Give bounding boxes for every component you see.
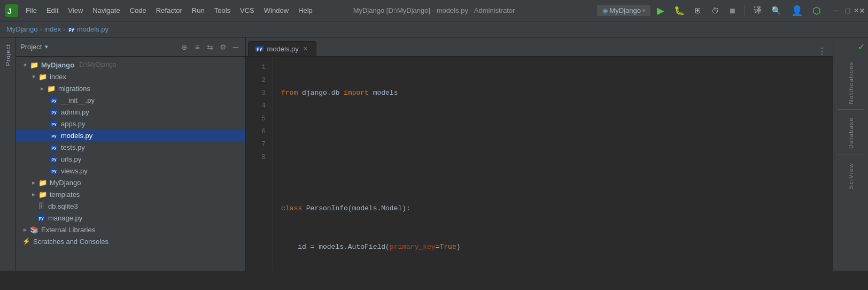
run-config-dropdown[interactable]: ◉ MyDjango ▾ [597, 5, 650, 16]
search-everywhere-button[interactable]: 🔍 [768, 4, 785, 18]
admin-py-icon: py [50, 108, 58, 116]
notifications-label-container[interactable]: Notifications [833, 58, 868, 107]
code-line-5: id = models.AutoField(primary_key=True) [281, 241, 824, 254]
debug-button[interactable]: 🐛 [671, 3, 688, 18]
scratches-icon: ⚡ [22, 237, 30, 246]
tree-label-db: db.sqlite3 [48, 202, 78, 210]
tree-item-db[interactable]: 🗄 db.sqlite3 [16, 200, 245, 212]
breadcrumb-bar: MyDjango › index › py models.py [0, 21, 868, 37]
notifications-label[interactable]: Notifications [847, 58, 855, 107]
panel-header: Project ▾ ⊕ ≡ ⇆ ⚙ ─ [16, 37, 245, 57]
database-label[interactable]: Database [847, 114, 855, 152]
code-editor[interactable]: 1 2 3 4 5 6 7 ◇ 8 from django.db import … [246, 57, 833, 271]
title-bar: J File Edit View Navigate Code Refactor … [0, 0, 868, 21]
run-config-icon: ◉ [602, 7, 608, 14]
code-line-3 [281, 164, 824, 177]
tree-label-tests: tests.py [61, 143, 85, 151]
models-py-icon: py [50, 131, 58, 140]
tree-label-admin: admin.py [61, 108, 89, 116]
stop-button[interactable]: ⏹ [725, 4, 739, 17]
tree-item-migrations[interactable]: ► 📁 migrations [16, 82, 245, 94]
updates-button[interactable]: ⬡ [809, 3, 824, 19]
user-button[interactable]: 👤 [788, 3, 806, 19]
tree-item-apps[interactable]: py apps.py [16, 118, 245, 129]
hide-panel-button[interactable]: ─ [230, 42, 241, 52]
panel-icons: ⊕ ≡ ⇆ ⚙ ─ [179, 42, 241, 52]
breadcrumb-modelsfile[interactable]: py models.py [67, 25, 108, 33]
code-line-1: from django.db import models [281, 87, 824, 100]
tree-item-admin[interactable]: py admin.py [16, 106, 245, 118]
urls-py-icon: py [50, 155, 58, 163]
menu-file[interactable]: File [21, 4, 41, 17]
line-num-2: 2 [246, 74, 266, 87]
menu-code[interactable]: Code [126, 4, 151, 17]
sidebar-divider-2 [838, 155, 864, 155]
line-num-3: 3 [246, 87, 266, 100]
menu-refactor[interactable]: Refactor [152, 4, 187, 17]
menu-navigate[interactable]: Navigate [88, 4, 124, 17]
tree-label-urls: urls.py [61, 155, 81, 163]
database-label-container[interactable]: Database [833, 114, 868, 152]
project-strip-label[interactable]: Project [3, 40, 13, 70]
menu-run[interactable]: Run [188, 4, 209, 17]
migrations-folder-icon: 📁 [47, 84, 56, 93]
tree-item-root[interactable]: ▼ 📁 MyDjango D:\MyDjango [16, 59, 245, 71]
locate-file-button[interactable]: ⊕ [179, 42, 190, 52]
svg-text:J: J [7, 7, 12, 16]
minimize-button[interactable]: ─ [832, 6, 840, 15]
templates-folder-icon: 📁 [38, 190, 47, 199]
tree-item-ext-libs[interactable]: ► 📚 External Libraries [16, 224, 245, 235]
sciview-label[interactable]: SciView [847, 159, 855, 192]
tree-item-views[interactable]: py views.py [16, 165, 245, 177]
tab-more-button[interactable]: ⋮ [813, 46, 831, 56]
index-folder-icon: 📁 [38, 72, 47, 81]
menu-tools[interactable]: Tools [210, 4, 235, 17]
mydjango-inner-folder-icon: 📁 [38, 178, 47, 187]
window-controls: ◉ MyDjango ▾ ▶ 🐛 ⛨ ⏱ ⏹ 译 🔍 👤 ⬡ ─ □ ✕ [597, 3, 864, 19]
menu-edit[interactable]: Edit [42, 4, 63, 17]
code-content[interactable]: from django.db import models class Perso… [273, 57, 833, 271]
tree-label-apps: apps.py [61, 120, 86, 128]
tree-item-index[interactable]: ▼ 📁 index [16, 71, 245, 82]
panel-dropdown-icon[interactable]: ▾ [45, 43, 48, 50]
ext-libs-arrow: ► [22, 226, 28, 233]
tab-models-py[interactable]: py models.py ✕ [248, 41, 316, 56]
coverage-button[interactable]: ⛨ [691, 4, 705, 17]
settings-button[interactable]: ⚙ [218, 42, 228, 52]
main-layout: Project Project ▾ ⊕ ≡ ⇆ ⚙ ─ ▼ 📁 MyDjango… [0, 37, 868, 271]
translate-button[interactable]: 译 [750, 3, 765, 18]
tree-item-urls[interactable]: py urls.py [16, 153, 245, 165]
breadcrumb-index[interactable]: index [44, 25, 61, 33]
tree-item-tests[interactable]: py tests.py [16, 141, 245, 153]
index-arrow: ▼ [30, 73, 37, 80]
close-button[interactable]: ✕ [855, 6, 864, 15]
config-chevron-icon: ▾ [642, 7, 645, 13]
tree-item-mydjango-inner[interactable]: ► 📁 MyDjango [16, 177, 245, 188]
line-num-4: 4 [246, 100, 266, 112]
run-config-label: MyDjango [609, 6, 641, 14]
tree-item-models[interactable]: py models.py [16, 129, 245, 141]
right-sidebar: ✓ Notifications Database SciView [833, 37, 868, 271]
tree-item-init[interactable]: py __init__.py [16, 94, 245, 106]
menu-help[interactable]: Help [294, 4, 317, 17]
tree-item-templates[interactable]: ► 📁 templates [16, 188, 245, 200]
tab-bar: py models.py ✕ ⋮ [246, 37, 833, 57]
collapse-all-button[interactable]: ≡ [192, 42, 203, 52]
tab-close-button[interactable]: ✕ [302, 45, 309, 52]
menu-vcs[interactable]: VCS [236, 4, 259, 17]
menu-view[interactable]: View [64, 4, 87, 17]
tree-item-scratches[interactable]: ⚡ Scratches and Consoles [16, 235, 245, 247]
menu-window[interactable]: Window [260, 4, 293, 17]
sciview-label-container[interactable]: SciView [833, 159, 868, 192]
window-title: MyDjango [D:\MyDjango] - models.py - Adm… [353, 6, 515, 14]
run-button[interactable]: ▶ [654, 3, 668, 19]
breadcrumb-mydjango[interactable]: MyDjango [6, 25, 38, 33]
tree-label-index: index [50, 73, 66, 81]
left-side-strip: Project [0, 37, 16, 271]
line-num-7: 7 ◇ [246, 138, 266, 151]
maximize-button[interactable]: □ [843, 6, 852, 15]
tree-item-manage[interactable]: py manage.py [16, 212, 245, 224]
root-arrow: ▼ [22, 62, 28, 68]
collapse-dirs-button[interactable]: ⇆ [205, 42, 215, 52]
profile-button[interactable]: ⏱ [708, 4, 722, 17]
